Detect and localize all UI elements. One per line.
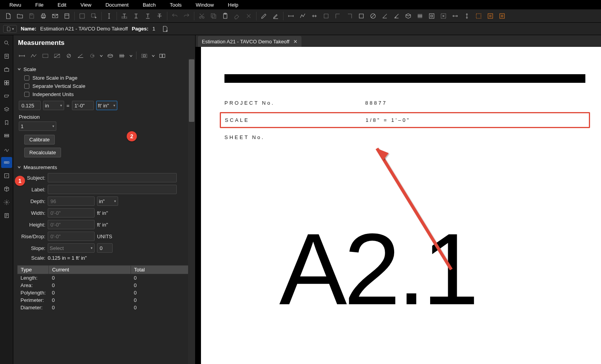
scale-left-unit[interactable]: in▾	[43, 101, 64, 110]
sets-icon[interactable]	[1, 130, 12, 141]
new-file-icon[interactable]	[2, 10, 14, 22]
text-strike-icon[interactable]	[154, 10, 165, 22]
text-caps-icon[interactable]	[130, 10, 142, 22]
save-icon[interactable]	[26, 10, 38, 22]
slope-select[interactable]: Select▾	[48, 243, 95, 253]
delete-icon[interactable]	[243, 10, 255, 22]
text-underline-icon[interactable]	[142, 10, 154, 22]
measure-multi-icon[interactable]	[297, 10, 309, 22]
menu-help[interactable]: Help	[221, 1, 246, 9]
print-icon[interactable]	[38, 10, 49, 22]
dim-horiz-icon[interactable]	[449, 10, 461, 22]
dropdown-icon[interactable]	[128, 51, 134, 61]
independent-units-check[interactable]: Independent Units	[17, 90, 191, 98]
forms-icon[interactable]	[1, 210, 12, 221]
depth-input[interactable]	[48, 196, 95, 206]
menu-batch[interactable]: Batch	[136, 1, 163, 9]
menu-file[interactable]: File	[28, 1, 50, 9]
checkbox-icon[interactable]	[24, 92, 29, 97]
doc-tab[interactable]: Estimation A21 - TAVCO Demo Takeoff ✕	[198, 36, 301, 47]
checkbox-icon[interactable]	[24, 84, 29, 89]
measure-angle1-icon[interactable]	[379, 10, 391, 22]
signatures-icon[interactable]	[1, 144, 12, 155]
settings-icon[interactable]	[1, 197, 12, 208]
measure-volume-icon[interactable]	[402, 10, 414, 22]
markups-icon[interactable]	[1, 91, 12, 102]
select-rect-plus-icon[interactable]	[88, 10, 100, 22]
measure-poly-r-icon[interactable]	[344, 10, 355, 22]
measure-angle2-icon[interactable]	[391, 10, 402, 22]
diameter-tool-icon[interactable]	[63, 51, 74, 61]
scale-right-unit[interactable]: ft' in"▾	[96, 101, 117, 110]
template-icon[interactable]	[61, 10, 73, 22]
add-page-icon[interactable]	[159, 23, 171, 35]
open-file-icon[interactable]	[14, 10, 26, 22]
rise-input[interactable]	[48, 232, 95, 241]
select-rect-icon[interactable]	[76, 10, 88, 22]
recalculate-button[interactable]: Recalculate	[24, 148, 61, 157]
measure-dims-icon[interactable]	[309, 10, 320, 22]
close-icon[interactable]: ✕	[293, 39, 298, 45]
scale-right-value[interactable]	[72, 101, 94, 110]
count-icon[interactable]	[414, 10, 426, 22]
scale-heading[interactable]: Scale	[17, 65, 191, 74]
measure-length-icon[interactable]	[285, 10, 297, 22]
calibrate-button[interactable]: Calibrate	[24, 135, 55, 145]
measure-area-icon[interactable]	[320, 10, 332, 22]
poly-cutout-icon[interactable]	[438, 10, 449, 22]
height-input[interactable]	[48, 220, 95, 229]
panel-scrollbar[interactable]	[188, 59, 195, 364]
3d-icon[interactable]	[1, 184, 12, 194]
angle-tool-icon[interactable]	[75, 51, 86, 61]
checkbox-icon[interactable]	[24, 75, 29, 80]
volume-tool-icon[interactable]	[105, 51, 116, 61]
radius-tool-icon[interactable]	[87, 51, 98, 61]
dropdown-icon[interactable]	[99, 51, 104, 61]
highlighter-icon[interactable]	[270, 10, 282, 22]
cut-icon[interactable]	[196, 10, 208, 22]
length-tool-icon[interactable]	[16, 51, 27, 61]
bookmarks-icon[interactable]	[1, 117, 12, 128]
measurements-heading[interactable]: Measurements	[17, 163, 191, 172]
slope-value[interactable]	[97, 243, 113, 253]
dynamic-fill-icon[interactable]	[484, 10, 496, 22]
menu-revu[interactable]: Revu	[2, 1, 28, 9]
calibrate-tool-icon[interactable]	[473, 10, 484, 22]
menu-edit[interactable]: Edit	[50, 1, 73, 9]
copy-icon[interactable]	[208, 10, 219, 22]
viewport-icon[interactable]	[496, 10, 508, 22]
cutout-tool-icon[interactable]	[139, 51, 150, 61]
dropdown-icon[interactable]	[151, 51, 156, 61]
text-cursor-icon[interactable]	[103, 10, 115, 22]
menu-window[interactable]: Window	[189, 1, 221, 9]
page-canvas[interactable]: PROJECT No. 88877 SCALE 1/8" = 1'–0" SHE…	[196, 47, 601, 364]
precision-select[interactable]: 1▾	[19, 121, 56, 131]
undo-icon[interactable]	[169, 10, 181, 22]
scale-left-value[interactable]	[19, 101, 41, 110]
scroll-thumb[interactable]	[189, 59, 194, 122]
perimeter-tool-icon[interactable]	[40, 51, 51, 61]
subject-input[interactable]	[48, 173, 177, 182]
file-access-icon[interactable]	[1, 51, 12, 62]
pen-icon[interactable]	[258, 10, 270, 22]
measure-poly-l-icon[interactable]	[332, 10, 344, 22]
menu-document[interactable]: Document	[99, 1, 136, 9]
measure-diam-icon[interactable]	[367, 10, 379, 22]
text-select-icon[interactable]	[118, 10, 130, 22]
erase-icon[interactable]	[231, 10, 243, 22]
width-input[interactable]	[48, 208, 95, 218]
menu-tools[interactable]: Tools	[163, 1, 188, 9]
measure-perim-icon[interactable]	[355, 10, 367, 22]
search-icon[interactable]	[1, 37, 12, 48]
layers-icon[interactable]	[1, 104, 12, 115]
redo-icon[interactable]	[181, 10, 192, 22]
polylength-tool-icon[interactable]	[28, 51, 39, 61]
depth-unit[interactable]: in"▾	[97, 196, 118, 206]
area-tool-icon[interactable]	[52, 51, 63, 61]
thumbnails-icon[interactable]	[1, 77, 12, 88]
split-tool-icon[interactable]	[157, 51, 168, 61]
doc-select[interactable]: ▾	[3, 25, 17, 33]
toolchest-icon[interactable]	[1, 64, 12, 75]
links-icon[interactable]	[1, 170, 12, 181]
email-icon[interactable]	[49, 10, 61, 22]
